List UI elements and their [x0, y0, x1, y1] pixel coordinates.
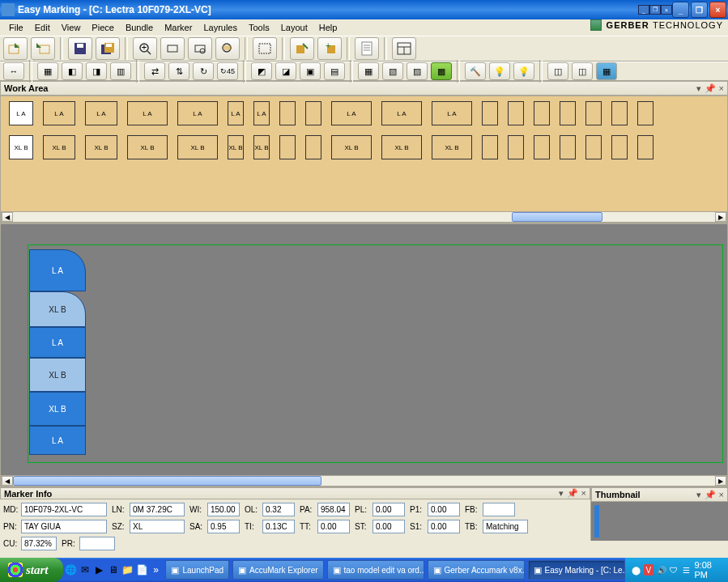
- field-input-ln[interactable]: [130, 503, 185, 516]
- view-c[interactable]: ▦: [596, 62, 617, 80]
- piece-thumb[interactable]: L A: [127, 101, 168, 125]
- field-input-sa[interactable]: [207, 520, 240, 533]
- piece-thumb[interactable]: XL B: [127, 135, 168, 159]
- save-button[interactable]: [68, 37, 92, 60]
- menu-bundle[interactable]: Bundle: [120, 21, 159, 34]
- field-input-pa[interactable]: [317, 503, 350, 516]
- menu-help[interactable]: Help: [313, 21, 343, 34]
- placed-piece[interactable]: L A: [29, 327, 86, 358]
- import-button[interactable]: [3, 37, 28, 60]
- placed-piece[interactable]: XL B: [29, 392, 86, 426]
- piece-thumb[interactable]: L A: [85, 101, 117, 125]
- mdi-minimize-button[interactable]: _: [638, 5, 649, 15]
- work-area-scrollbar[interactable]: ◀ ▶: [1, 211, 727, 223]
- pane-menu-icon[interactable]: ▾: [559, 488, 564, 499]
- field-input-tb[interactable]: [483, 520, 528, 533]
- placed-piece[interactable]: XL B: [29, 291, 86, 327]
- field-input-cu[interactable]: [21, 537, 57, 550]
- taskbar-task[interactable]: ▣tao model edit va ord...: [327, 560, 424, 580]
- menu-view[interactable]: View: [56, 21, 87, 34]
- mdi-close-button[interactable]: ×: [661, 5, 672, 15]
- menu-file[interactable]: File: [3, 21, 29, 34]
- flip-v[interactable]: ⇅: [168, 62, 189, 80]
- piece-thumb[interactable]: [560, 101, 576, 125]
- align-c[interactable]: ◨: [86, 62, 107, 80]
- flip-h[interactable]: ⇄: [144, 62, 165, 80]
- quick-launch-icon[interactable]: 📄: [135, 561, 148, 579]
- piece-thumb[interactable]: [637, 101, 653, 125]
- piece-thumb[interactable]: [611, 101, 628, 125]
- piece-thumb[interactable]: XL B: [177, 135, 218, 159]
- piece-thumb[interactable]: [637, 135, 653, 159]
- menu-marker[interactable]: Marker: [159, 21, 198, 34]
- piece-thumb[interactable]: XL B: [228, 135, 244, 159]
- pane-menu-icon[interactable]: ▾: [696, 490, 701, 500]
- remove-piece-button[interactable]: +: [317, 37, 342, 60]
- taskbar-task[interactable]: ▣Gerber Accumark v8x...: [428, 560, 525, 580]
- scroll-right-icon[interactable]: ▶: [715, 476, 726, 486]
- taskbar-task[interactable]: ▣LaunchPad: [165, 560, 229, 580]
- bulb-on[interactable]: 💡: [489, 62, 510, 80]
- quick-launch-icon[interactable]: ▶: [93, 561, 106, 579]
- marker-view[interactable]: L AXL BL AXL BXL BL A ◀ ▶: [0, 223, 728, 487]
- piece-row-header[interactable]: L A: [9, 101, 33, 125]
- width-tool[interactable]: ↔: [3, 62, 24, 80]
- pane-close-icon[interactable]: ×: [581, 488, 586, 499]
- start-button[interactable]: start: [0, 558, 63, 582]
- close-button[interactable]: ×: [709, 2, 726, 18]
- zoom-fit-button[interactable]: [160, 37, 185, 60]
- grid-c[interactable]: ▨: [407, 62, 428, 80]
- pane-close-icon[interactable]: ×: [719, 490, 724, 500]
- field-input-st[interactable]: [373, 520, 405, 533]
- grid-a[interactable]: ▦: [358, 62, 379, 80]
- marker-scrollbar[interactable]: ◀ ▶: [1, 475, 727, 486]
- placed-piece[interactable]: XL B: [29, 358, 86, 392]
- tray-icon[interactable]: 🔊: [657, 564, 666, 576]
- align-a[interactable]: ▦: [37, 62, 58, 80]
- piece-thumb[interactable]: L A: [43, 101, 75, 125]
- field-input-pr[interactable]: [79, 537, 115, 550]
- menu-layrules[interactable]: Layrules: [198, 21, 243, 34]
- piece-thumb[interactable]: [508, 135, 524, 159]
- mdi-restore-button[interactable]: ❐: [649, 5, 661, 15]
- maximize-button[interactable]: ❐: [691, 2, 708, 18]
- piece-thumb[interactable]: L A: [432, 101, 472, 125]
- minimize-button[interactable]: _: [672, 2, 689, 18]
- scroll-right-icon[interactable]: ▶: [715, 212, 726, 222]
- piece-thumb[interactable]: [508, 101, 524, 125]
- pane-pin-icon[interactable]: 📌: [705, 83, 716, 94]
- menu-tools[interactable]: Tools: [243, 21, 275, 34]
- piece-thumb[interactable]: L A: [253, 101, 270, 125]
- piece-thumb[interactable]: [482, 135, 498, 159]
- field-input-s1[interactable]: [428, 520, 460, 533]
- piece-thumb[interactable]: XL B: [85, 135, 117, 159]
- pane-pin-icon[interactable]: 📌: [705, 490, 716, 500]
- piece-thumb[interactable]: [611, 135, 628, 159]
- grid-active[interactable]: ▩: [431, 62, 452, 80]
- piece-thumb[interactable]: [482, 101, 498, 125]
- quick-launch-icon[interactable]: 📁: [121, 561, 134, 579]
- align-d[interactable]: ▥: [110, 62, 131, 80]
- piece-thumb[interactable]: [534, 135, 550, 159]
- quick-launch-icon[interactable]: ✉: [79, 561, 92, 579]
- view-a[interactable]: ◫: [547, 62, 568, 80]
- field-input-md[interactable]: [21, 503, 107, 516]
- menu-edit[interactable]: Edit: [29, 21, 56, 34]
- zoom-area-button[interactable]: [188, 37, 212, 60]
- quick-launch-icon[interactable]: 🖥: [107, 561, 120, 579]
- notes-button[interactable]: [355, 37, 379, 60]
- work-area[interactable]: L AL AL AL AL AL AL AL AL AL AXL BXL BXL…: [0, 96, 728, 223]
- snap-a[interactable]: ◩: [251, 62, 272, 80]
- field-input-fb[interactable]: [483, 503, 515, 516]
- piece-thumb[interactable]: [534, 101, 550, 125]
- tray-icon[interactable]: V: [644, 564, 653, 576]
- taskbar-task[interactable]: ▣Easy Marking - [C: Le...: [528, 560, 625, 580]
- bulb-off[interactable]: 💡: [513, 62, 534, 80]
- zoom-out-button[interactable]: [215, 37, 240, 60]
- piece-thumb[interactable]: [279, 101, 296, 125]
- piece-thumb[interactable]: L A: [177, 101, 218, 125]
- quick-launch-icon[interactable]: 🌐: [65, 561, 78, 579]
- field-input-ti[interactable]: [262, 520, 295, 533]
- piece-row-header[interactable]: XL B: [9, 135, 33, 159]
- taskbar-clock[interactable]: 9:08 PM: [694, 560, 722, 580]
